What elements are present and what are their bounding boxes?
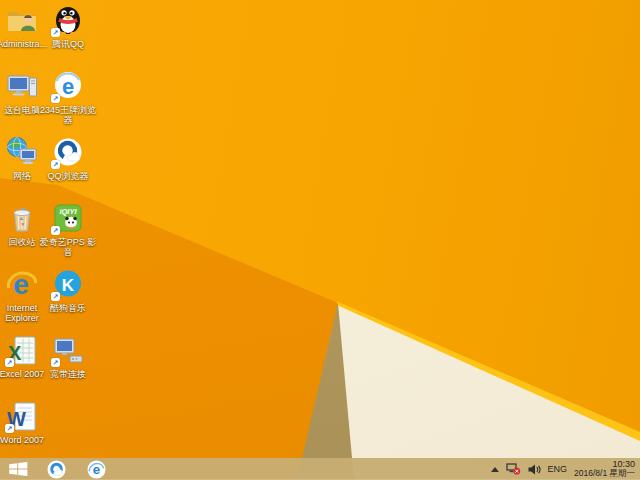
desktop-icon-label: Word 2007 [0,435,52,445]
language-indicator[interactable]: ENG [548,464,568,474]
qq-browser-taskbar-icon [47,460,66,479]
taskbar-qq-browser-button[interactable] [36,458,76,480]
desktop-icon-label: QQ浏览器 [38,171,98,181]
shortcut-arrow-icon: ↗ [51,292,60,301]
desktop-icon-label: 腾讯QQ [38,39,98,49]
shortcut-arrow-icon: ↗ [51,28,60,37]
desktop-icon-kugou-music[interactable]: K ↗ 酷狗音乐 [45,267,91,313]
internet-explorer-taskbar-icon: e [87,460,106,479]
this-pc-icon [5,69,39,103]
user-folder-icon [5,3,39,37]
desktop-icon-broadband-connection[interactable]: ↗ 宽带连接 [45,333,91,379]
desktop: Administra... 这台电脑 网络 [0,0,640,480]
desktop-icon-iqiyi-pps[interactable]: iQIYI ↗ 爱奇艺PPS 影音 [45,201,91,257]
clock-date: 2016/8/1 星期一 [574,469,635,478]
network-icon [5,135,39,169]
shortcut-arrow-icon: ↗ [51,226,60,235]
desktop-icon-label: 2345王牌浏览器 [38,105,98,125]
svg-text:e: e [62,74,74,99]
desktop-icon-qq-browser[interactable]: ↗ QQ浏览器 [45,135,91,181]
shortcut-arrow-icon: ↗ [51,358,60,367]
desktop-icon-2345-browser[interactable]: e ↗ 2345王牌浏览器 [45,69,91,125]
desktop-icon-word-2007[interactable]: W ↗ Word 2007 [0,399,45,445]
internet-explorer-icon: e [5,267,39,301]
desktop-icon-tencent-qq[interactable]: ↗ 腾讯QQ [45,3,91,49]
windows-logo-icon [9,462,28,476]
shortcut-arrow-icon: ↗ [5,424,14,433]
show-hidden-icons-button[interactable] [491,467,499,472]
shortcut-arrow-icon: ↗ [5,358,14,367]
taskbar-internet-explorer-button[interactable]: e [76,458,116,480]
volume-tray-icon[interactable] [528,464,541,475]
network-disconnected-tray-icon[interactable] [506,463,521,475]
taskbar-clock[interactable]: 10:30 2016/8/1 星期一 [574,460,635,478]
svg-text:K: K [62,276,75,295]
shortcut-arrow-icon: ↗ [51,160,60,169]
taskbar: e ENG 10:30 2016/8/1 星期一 [0,458,640,480]
shortcut-arrow-icon: ↗ [51,94,60,103]
desktop-icon-internet-explorer[interactable]: e Internet Explorer [0,267,45,323]
desktop-icon-label: 宽带连接 [38,369,98,379]
svg-text:iQIYI: iQIYI [59,207,77,216]
recycle-bin-icon [5,201,39,235]
desktop-icon-label: 爱奇艺PPS 影音 [38,237,98,257]
system-tray: ENG 10:30 2016/8/1 星期一 [491,458,640,480]
desktop-icon-label: 酷狗音乐 [38,303,98,313]
start-button[interactable] [0,458,36,480]
